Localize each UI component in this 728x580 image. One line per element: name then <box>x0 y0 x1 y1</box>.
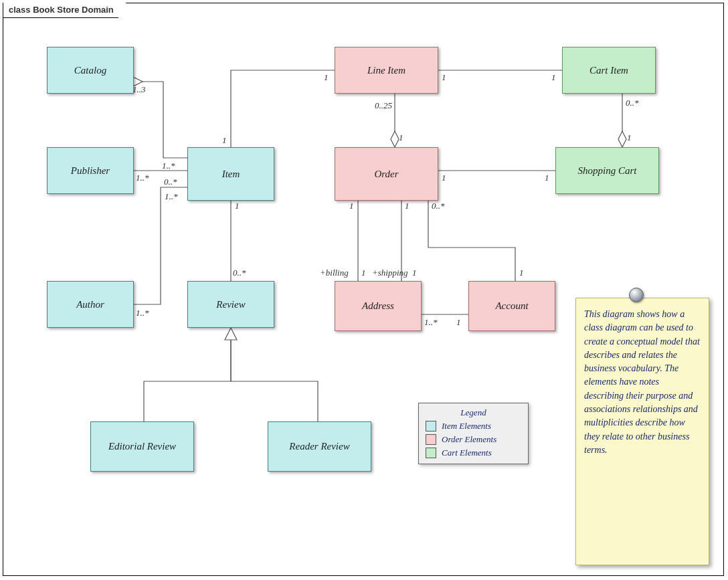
class-label: Account <box>492 299 531 313</box>
mult-label: 1 <box>235 201 240 211</box>
mult-label: 1..* <box>163 191 179 202</box>
class-label: Item <box>219 167 243 181</box>
class-catalog[interactable]: Catalog <box>47 47 134 94</box>
class-label: Author <box>74 298 107 312</box>
mult-label: 1 <box>456 317 461 328</box>
legend-label: Order Elements <box>442 434 496 445</box>
diagram-title: class Book Store Domain <box>9 5 114 15</box>
mult-label: 0..* <box>164 177 177 187</box>
legend-panel: Legend Item Elements Order Elements Cart… <box>418 403 529 464</box>
mult-label: 1..* <box>424 317 438 328</box>
class-label: Editorial Review <box>106 440 179 454</box>
legend-swatch-icon <box>426 448 436 458</box>
mult-label: 1 <box>442 72 446 83</box>
mult-label: 1 <box>349 201 354 211</box>
mult-label: 0..* <box>432 201 445 211</box>
mult-label: 1..3 <box>132 84 146 95</box>
mult-label: 1 <box>545 173 549 183</box>
legend-label: Item Elements <box>442 421 491 431</box>
mult-label: 1 <box>412 268 417 278</box>
legend-row: Item Elements <box>426 421 521 431</box>
class-address[interactable]: Address <box>335 281 422 331</box>
class-label: Cart Item <box>587 64 631 78</box>
mult-label: 1 <box>222 135 227 146</box>
role-label: +shipping <box>372 268 408 278</box>
legend-row: Order Elements <box>426 434 521 445</box>
note-text: This diagram shows how a class diagram c… <box>584 309 700 455</box>
mult-label: 0..* <box>626 98 639 108</box>
mult-label: 1 <box>627 132 632 143</box>
mult-label: 1..* <box>136 173 149 183</box>
class-label: Order <box>371 167 401 181</box>
legend-label: Cart Elements <box>442 448 492 458</box>
class-label: Review <box>213 298 248 312</box>
class-label: Reader Review <box>286 440 352 454</box>
class-cart-item[interactable]: Cart Item <box>562 47 656 94</box>
legend-row: Cart Elements <box>426 448 521 458</box>
class-item[interactable]: Item <box>187 147 274 201</box>
legend-title: Legend <box>426 407 521 418</box>
diagram-canvas: class Book Store Domain <box>0 0 728 580</box>
mult-label: 1 <box>551 72 556 83</box>
legend-swatch-icon <box>426 434 436 445</box>
mult-label: 1 <box>519 268 524 278</box>
class-review[interactable]: Review <box>187 281 274 328</box>
mult-label: 1 <box>442 173 446 183</box>
mult-label: 1 <box>399 132 403 143</box>
sticky-note: This diagram shows how a class diagram c… <box>575 298 709 565</box>
mult-label: 1 <box>405 201 410 211</box>
legend-swatch-icon <box>426 421 436 431</box>
mult-label: 0..* <box>233 268 246 278</box>
diagram-title-tab: class Book Store Domain <box>3 3 126 18</box>
class-shopping-cart[interactable]: Shopping Cart <box>555 147 659 194</box>
class-publisher[interactable]: Publisher <box>47 147 134 194</box>
mult-label: 1 <box>361 268 366 278</box>
class-label: Address <box>359 299 397 313</box>
class-label: Catalog <box>72 64 109 78</box>
push-pin-icon <box>629 288 644 302</box>
mult-label: 0..25 <box>375 100 392 111</box>
class-editorial-review[interactable]: Editorial Review <box>90 421 194 472</box>
class-order[interactable]: Order <box>335 147 438 201</box>
mult-label: 1..* <box>136 308 149 318</box>
class-line-item[interactable]: Line Item <box>335 47 438 94</box>
class-reader-review[interactable]: Reader Review <box>268 421 371 472</box>
class-label: Shopping Cart <box>575 164 640 178</box>
class-account[interactable]: Account <box>468 281 555 331</box>
class-author[interactable]: Author <box>47 281 134 328</box>
class-label: Publisher <box>68 164 112 178</box>
mult-label: 1 <box>324 72 329 83</box>
role-label: +billing <box>320 268 349 278</box>
class-label: Line Item <box>365 64 408 78</box>
mult-label: 1..* <box>162 161 175 171</box>
